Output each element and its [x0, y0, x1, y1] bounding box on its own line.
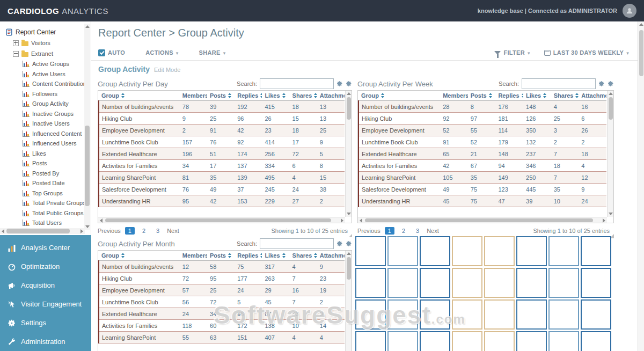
table-row[interactable]: Learning SharePoint10535149250712	[358, 172, 606, 184]
sidebar-report-influenced-content[interactable]: Influenced Content	[23, 129, 91, 139]
table-row[interactable]: Number of buildings/events288176148416	[358, 101, 606, 113]
column-header-group[interactable]: Group	[99, 91, 180, 101]
sort-icon[interactable]	[121, 93, 125, 98]
sidebar-report-total-private-groups[interactable]: Total Private Groups	[23, 198, 91, 208]
expand-icon[interactable]	[13, 40, 19, 46]
table-row[interactable]: Hiking Club9297181126256	[358, 113, 606, 125]
column-header-posts[interactable]: Posts	[207, 251, 235, 261]
column-header-likes[interactable]: Likes	[262, 91, 289, 101]
table-vertical-scrollbar[interactable]	[607, 91, 613, 217]
pagination-page-1[interactable]: 1	[385, 227, 394, 235]
sidebar-report-likes[interactable]: Likes	[23, 149, 91, 159]
pagination-next[interactable]: Next	[427, 228, 439, 234]
collapse-icon[interactable]	[13, 51, 19, 57]
column-header-posts[interactable]: Posts	[207, 91, 235, 101]
menu-item-administration[interactable]: Administration	[0, 332, 91, 351]
tree-horizontal-scrollbar[interactable]	[0, 228, 85, 234]
column-header-shares[interactable]: Shares	[290, 251, 317, 261]
table-row[interactable]: Lunchtime Book Club1577692414179	[99, 136, 345, 148]
sort-icon[interactable]	[260, 93, 262, 98]
table-row[interactable]: Number of buildings/events12587531749	[99, 261, 345, 273]
scroll-right-icon[interactable]	[341, 218, 343, 223]
sidebar-report-top-groups[interactable]: Top Groups	[23, 188, 91, 199]
table-row[interactable]: Lunchtime Book Club567254572	[99, 296, 345, 308]
sidebar-report-total-users[interactable]: Total Users	[23, 218, 91, 228]
sort-icon[interactable]	[314, 253, 317, 258]
scroll-up-icon[interactable]	[347, 92, 351, 95]
scroll-left-icon[interactable]	[2, 229, 4, 233]
sort-icon[interactable]	[381, 93, 385, 98]
table-row[interactable]: Lunchtime Book Club915217913222	[358, 136, 606, 148]
table-row[interactable]: Hiking Club7295177263723	[99, 273, 345, 284]
widget-settings-icon[interactable]	[598, 81, 605, 87]
menu-item-settings[interactable]: Settings	[0, 313, 91, 332]
page-vertical-scrollbar[interactable]	[638, 21, 644, 351]
user-avatar[interactable]	[623, 4, 636, 18]
scroll-right-icon[interactable]	[80, 229, 83, 233]
sort-icon[interactable]	[228, 253, 232, 258]
scrollbar-thumb[interactable]	[609, 97, 613, 120]
column-header-replies[interactable]: Replies	[235, 251, 262, 261]
column-header-members[interactable]: Members	[180, 251, 207, 261]
scrollbar-thumb[interactable]	[347, 97, 351, 120]
menu-item-analysis-center[interactable]: Analysis Center	[0, 238, 91, 257]
sidebar-report-posted-by[interactable]: Posted By	[23, 169, 91, 179]
column-header-attachments[interactable]: Attachments	[579, 91, 606, 101]
sidebar-report-content-contributions[interactable]: Content Contributions	[23, 79, 91, 89]
widget-options-icon[interactable]	[346, 81, 352, 87]
scrollbar-thumb[interactable]	[639, 30, 643, 76]
table-row[interactable]: Understanding HR9542153229272	[99, 195, 345, 207]
column-header-replies[interactable]: Replies	[495, 91, 523, 101]
table-row[interactable]: Activities for Families118601721381014	[99, 320, 345, 332]
widget-options-icon[interactable]	[346, 240, 352, 247]
pagination-page-3[interactable]: 3	[413, 227, 422, 235]
sidebar-report-posted-date[interactable]: Posted Date	[23, 178, 91, 188]
search-input[interactable]	[522, 78, 596, 89]
sidebar-report-inactive-users[interactable]: Inactive Users	[23, 119, 91, 129]
table-row[interactable]: Extended Healthcare19651174256725	[99, 148, 345, 160]
scrollbar-thumb[interactable]	[6, 229, 70, 233]
table-row[interactable]: Employee Development29142231825	[99, 125, 345, 136]
column-header-shares[interactable]: Shares	[551, 91, 579, 101]
widget-settings-icon[interactable]	[336, 81, 343, 87]
sidebar-folder-extranet[interactable]: Extranet	[13, 48, 91, 59]
pagination-page-2[interactable]: 2	[139, 227, 149, 235]
sort-icon[interactable]	[282, 253, 286, 258]
sidebar-report-active-users[interactable]: Active Users	[23, 69, 91, 79]
scrollbar-thumb[interactable]	[347, 257, 351, 280]
table-row[interactable]: Activities for Families426794346184	[358, 160, 606, 172]
scroll-up-icon[interactable]	[85, 25, 90, 28]
scroll-down-icon[interactable]	[85, 225, 90, 228]
scroll-down-icon[interactable]	[347, 213, 351, 215]
column-header-attachments[interactable]: Attachments	[317, 251, 345, 261]
column-header-replies[interactable]: Replies	[235, 91, 262, 101]
pagination-previous[interactable]: Previous	[357, 228, 380, 234]
auto-button[interactable]: AUTO	[98, 49, 125, 56]
column-header-group[interactable]: Group	[358, 91, 440, 101]
tree-vertical-scrollbar[interactable]	[84, 24, 90, 230]
table-row[interactable]: Employee Development5255114350326	[358, 125, 606, 136]
table-row[interactable]: Activities for Families341713733468	[99, 160, 345, 172]
table-row[interactable]: Understanding HR457547391024	[358, 195, 606, 207]
sort-icon[interactable]	[228, 93, 232, 98]
table-row[interactable]: Hiking Club92596261513	[99, 113, 345, 125]
menu-item-optimization[interactable]: Optimization	[0, 257, 91, 276]
sidebar-folder-visitors[interactable]: Visitors	[13, 38, 91, 48]
actions-dropdown[interactable]: ACTIONS	[145, 49, 178, 56]
table-vertical-scrollbar[interactable]	[345, 251, 352, 351]
table-horizontal-scrollbar[interactable]	[98, 217, 345, 223]
search-input[interactable]	[260, 238, 334, 249]
sidebar-report-total-public-groups[interactable]: Total Public Groups	[23, 208, 91, 218]
pagination-page-3[interactable]: 3	[153, 227, 163, 235]
sidebar-item-report-center[interactable]: Report Center	[5, 27, 91, 38]
scrollbar-thumb[interactable]	[365, 218, 593, 222]
scroll-up-icon[interactable]	[347, 252, 351, 255]
column-header-posts[interactable]: Posts	[468, 91, 496, 101]
sort-icon[interactable]	[489, 93, 493, 98]
sidebar-report-posts[interactable]: Posts	[23, 158, 91, 169]
scrollbar-thumb[interactable]	[105, 218, 331, 222]
sort-icon[interactable]	[543, 93, 547, 98]
scroll-up-icon[interactable]	[609, 92, 613, 95]
sort-icon[interactable]	[282, 93, 286, 98]
table-vertical-scrollbar[interactable]	[345, 91, 352, 217]
